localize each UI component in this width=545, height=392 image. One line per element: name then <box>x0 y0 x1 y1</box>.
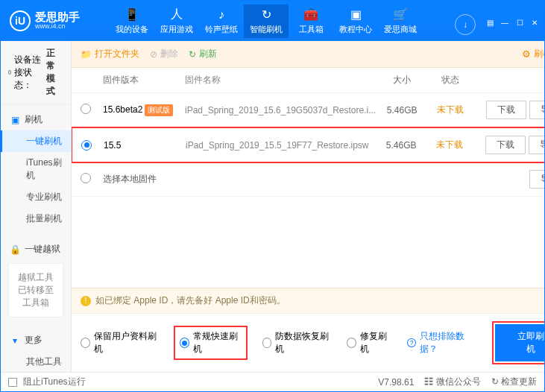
top-nav: 📱我的设备人应用游戏♪铃声壁纸↻智能刷机🧰工具箱▣教程中心🛒爱思商城 <box>110 4 452 38</box>
download-center-button[interactable]: ↓ <box>455 14 476 35</box>
footer: 阻止iTunes运行 V7.98.61 ☷ 微信公众号 ↻ 检查更新 <box>1 372 544 391</box>
flash-options: 保留用户资料刷机常规快速刷机防数据恢复刷机修复刷机 ? 只想排除数据？ 立即刷机 <box>72 313 544 372</box>
topnav-icon: 📱 <box>110 7 154 22</box>
col-version: 固件版本 <box>103 74 185 86</box>
side-group-head[interactable]: ▾更多 <box>1 329 71 351</box>
option-radio[interactable] <box>81 338 90 348</box>
check-update-link[interactable]: ↻ 检查更新 <box>491 376 537 388</box>
maximize-button[interactable]: ☐ <box>514 17 525 28</box>
col-action: 操作 <box>473 74 544 86</box>
firmware-row: 15.6beta2测试版iPad_Spring_2019_15.6_19G503… <box>72 93 544 127</box>
folder-icon: 📁 <box>81 49 92 60</box>
refresh-button[interactable]: ↻刷新 <box>189 48 217 60</box>
title-bar: iU 爱思助手 www.i4.cn 📱我的设备人应用游戏♪铃声壁纸↻智能刷机🧰工… <box>1 1 544 41</box>
side-group-head[interactable]: ▣刷机 <box>1 109 71 130</box>
open-folder-button[interactable]: 📁打开文件夹 <box>81 48 139 60</box>
flash-settings-button[interactable]: ⚙刷机设置 <box>522 48 544 60</box>
firmware-row: 15.5iPad_Spring_2019_15.5_19F77_Restore.… <box>72 127 544 163</box>
flash-option-0[interactable]: 保留用户资料刷机 <box>81 330 159 355</box>
firmware-name: iPad_Spring_2019_15.6_19G5037d_Restore.i… <box>185 105 376 116</box>
block-itunes-checkbox[interactable] <box>8 378 17 387</box>
topnav-label: 智能刷机 <box>244 24 289 35</box>
topnav-label: 教程中心 <box>333 24 378 35</box>
side-item[interactable]: iTunes刷机 <box>1 152 71 186</box>
side-group-head[interactable]: 🔒一键越狱 <box>1 238 71 260</box>
firmware-size: 5.46GB <box>376 105 428 116</box>
option-radio[interactable] <box>262 338 272 348</box>
topnav-label: 我的设备 <box>110 24 154 35</box>
firmware-name: iPad_Spring_2019_15.5_19F77_Restore.ipsw <box>186 140 375 151</box>
info-icon: ? <box>407 338 415 347</box>
topnav-label: 铃声壁纸 <box>199 24 244 35</box>
delete-button[interactable]: ⊘删除 <box>150 48 178 60</box>
topnav-4[interactable]: 🧰工具箱 <box>289 4 333 38</box>
select-local-label: 选择本地固件 <box>103 173 185 186</box>
select-local-radio[interactable] <box>81 173 91 183</box>
flash-option-1[interactable]: 常规快速刷机 <box>174 326 248 360</box>
side-item[interactable]: 一键刷机 <box>1 130 71 152</box>
option-label: 常规快速刷机 <box>193 330 242 355</box>
flash-option-3[interactable]: 修复刷机 <box>347 330 392 355</box>
topnav-3[interactable]: ↻智能刷机 <box>244 4 289 38</box>
topnav-icon: 🛒 <box>378 7 423 22</box>
topnav-6[interactable]: 🛒爱思商城 <box>378 4 423 38</box>
device-status: 设备连接状态： 正常模式 <box>1 41 71 104</box>
download-button[interactable]: 下载 <box>486 101 526 119</box>
menu-button[interactable]: ▤ <box>485 17 495 28</box>
toolbar: 📁打开文件夹 ⊘删除 ↻刷新 ⚙刷机设置 <box>72 41 544 68</box>
import-local-button[interactable]: 导入 <box>529 170 544 189</box>
close-button[interactable]: ✕ <box>529 17 540 28</box>
beta-tag: 测试版 <box>145 104 173 116</box>
flash-option-2[interactable]: 防数据恢复刷机 <box>262 330 333 355</box>
topnav-icon: 🧰 <box>289 7 333 22</box>
option-radio[interactable] <box>347 338 356 348</box>
topnav-2[interactable]: ♪铃声壁纸 <box>199 4 244 38</box>
firmware-status: 未下载 <box>427 139 472 151</box>
option-label: 防数据恢复刷机 <box>275 330 332 355</box>
list-header: 固件版本 固件名称 大小 状态 操作 <box>72 68 544 93</box>
topnav-5[interactable]: ▣教程中心 <box>333 4 378 38</box>
import-button[interactable]: 导入 <box>529 101 544 119</box>
topnav-1[interactable]: 人应用游戏 <box>154 4 199 38</box>
topnav-label: 爱思商城 <box>378 24 423 35</box>
app-name: 爱思助手 <box>35 11 80 24</box>
option-label: 保留用户资料刷机 <box>94 330 159 355</box>
app-logo: iU 爱思助手 www.i4.cn <box>1 10 80 31</box>
version-label: V7.98.61 <box>378 377 414 388</box>
topnav-icon: ▣ <box>333 7 378 22</box>
topnav-label: 工具箱 <box>289 24 333 35</box>
group-icon: ▾ <box>10 335 20 346</box>
topnav-icon: ♪ <box>199 7 244 22</box>
flash-now-button[interactable]: 立即刷机 <box>495 324 544 361</box>
side-item[interactable]: 批量刷机 <box>1 208 71 230</box>
topnav-icon: 人 <box>154 7 199 22</box>
notice-text: 如已绑定 Apple ID，请先备好 Apple ID和密码。 <box>95 294 286 307</box>
delete-icon: ⊘ <box>150 49 157 60</box>
firmware-version: 15.5 <box>104 140 186 151</box>
topnav-icon: ↻ <box>244 7 289 22</box>
sidebar: 设备连接状态： 正常模式 ▣刷机一键刷机iTunes刷机专业刷机批量刷机🔒一键越… <box>1 41 72 372</box>
minimize-button[interactable]: — <box>500 17 510 28</box>
wechat-link[interactable]: ☷ 微信公众号 <box>424 376 480 388</box>
window-controls: ▤ — ☐ ✕ <box>485 14 544 28</box>
firmware-radio[interactable] <box>81 140 92 151</box>
import-button[interactable]: 导入 <box>529 136 544 154</box>
side-item[interactable]: 其他工具 <box>1 351 71 372</box>
option-radio[interactable] <box>180 338 189 348</box>
side-item[interactable]: 专业刷机 <box>1 186 71 208</box>
firmware-radio[interactable] <box>81 104 91 114</box>
topnav-0[interactable]: 📱我的设备 <box>110 4 154 38</box>
select-local-row: 选择本地固件 导入 <box>72 162 544 197</box>
refresh-icon: ↻ <box>189 49 196 60</box>
exclude-data-link[interactable]: ? 只想排除数据？ <box>407 330 477 355</box>
option-label: 修复刷机 <box>360 330 392 355</box>
notice-bar: ! 如已绑定 Apple ID，请先备好 Apple ID和密码。 ✕ <box>72 288 544 313</box>
topnav-label: 应用游戏 <box>154 24 199 35</box>
download-button[interactable]: 下载 <box>485 136 526 154</box>
firmware-size: 5.46GB <box>375 140 427 151</box>
firmware-list: 固件版本 固件名称 大小 状态 操作 15.6beta2测试版iPad_Spri… <box>72 68 544 288</box>
flash-now-highlight: 立即刷机 <box>492 321 544 364</box>
firmware-status: 未下载 <box>428 104 473 116</box>
logo-icon: iU <box>10 10 31 31</box>
firmware-version: 15.6beta2测试版 <box>103 104 185 116</box>
